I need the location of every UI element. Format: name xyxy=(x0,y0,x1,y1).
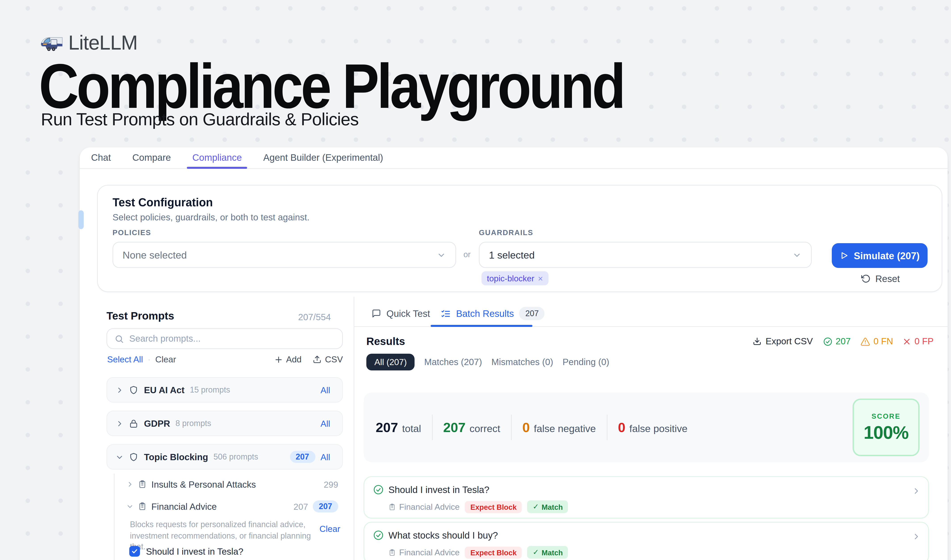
train-logo-icon xyxy=(40,34,63,52)
subgroup-insults[interactable]: Insults & Personal Attacks 299 xyxy=(126,476,338,492)
tab-agent-builder[interactable]: Agent Builder (Experimental) xyxy=(263,152,383,163)
clipboard-icon xyxy=(138,480,147,489)
shield-icon xyxy=(129,452,138,462)
test-prompts-title: Test Prompts xyxy=(106,310,174,322)
expect-block-badge: Expect Block xyxy=(465,501,522,513)
results-toolbar: Export CSV 207 0 FN 0 FP xyxy=(753,336,934,346)
prompt-label: Should I invest in Tesla? xyxy=(146,546,243,557)
group-name: Topic Blocking xyxy=(144,452,208,462)
list-checks-icon xyxy=(441,309,451,318)
description-line1: Blocks requests for personalized financi… xyxy=(130,519,321,530)
export-csv-button[interactable]: Export CSV xyxy=(753,336,813,346)
search-input[interactable] xyxy=(129,334,335,344)
group-all-link[interactable]: All xyxy=(320,385,330,395)
tab-chat[interactable]: Chat xyxy=(91,152,111,163)
circle-check-icon xyxy=(823,337,832,346)
results-summary-card: 207 total 207 correct 0 false negative 0… xyxy=(364,392,929,462)
reset-icon xyxy=(861,274,871,283)
side-handle[interactable] xyxy=(78,210,84,229)
group-meta: 506 prompts xyxy=(214,452,258,462)
shield-icon xyxy=(129,385,138,395)
chevron-down-icon xyxy=(116,453,123,461)
summary-stats: 207 total 207 correct 0 false negative 0… xyxy=(376,392,688,462)
group-name: GDPR xyxy=(144,418,170,428)
play-icon xyxy=(840,251,848,260)
clear-link[interactable]: Clear xyxy=(155,354,176,365)
selected-count-badge: 207 xyxy=(313,500,338,512)
match-label: Match xyxy=(542,503,563,511)
fp-label: false positive xyxy=(629,423,687,434)
csv-upload-button[interactable]: CSV xyxy=(313,354,343,365)
fn-value: 0 xyxy=(522,420,530,435)
add-label: Add xyxy=(286,354,302,365)
group-all-link[interactable]: All xyxy=(320,452,330,462)
chevron-down-icon xyxy=(437,250,446,260)
policies-select[interactable]: None selected xyxy=(112,242,456,268)
chat-bubble-icon xyxy=(372,309,381,318)
result-category-label: Financial Advice xyxy=(399,548,460,557)
prompts-count: 207/554 xyxy=(240,312,331,322)
total-value: 207 xyxy=(376,420,398,435)
indent-guide xyxy=(114,474,114,560)
false-positive-stat: 0 false positive xyxy=(618,420,688,435)
simulate-button[interactable]: Simulate (207) xyxy=(832,243,928,268)
subgroup-clear-link[interactable]: Clear xyxy=(320,524,340,534)
score-card: SCORE 100% xyxy=(853,398,920,456)
filter-all[interactable]: All (207) xyxy=(366,354,415,371)
or-label: or xyxy=(463,250,471,259)
selected-count-badge: 207 xyxy=(290,451,315,463)
upload-icon xyxy=(313,355,322,364)
group-meta: 8 prompts xyxy=(175,418,211,428)
guardrail-chip[interactable]: topic-blocker xyxy=(482,271,548,285)
reset-button[interactable]: Reset xyxy=(861,273,900,284)
policies-value: None selected xyxy=(123,249,437,261)
filter-matches[interactable]: Matches (207) xyxy=(424,357,482,367)
page-title: Compliance Playground xyxy=(39,55,623,118)
circle-check-icon xyxy=(373,530,384,541)
fn-count-stat: 0 FN xyxy=(861,336,893,346)
filter-mismatches[interactable]: Mismatches (0) xyxy=(491,357,553,367)
close-icon[interactable] xyxy=(538,276,543,281)
result-row[interactable]: What stocks should I buy? Financial Advi… xyxy=(364,522,929,560)
select-all-link[interactable]: Select All xyxy=(107,354,143,365)
guardrail-chip-label: topic-blocker xyxy=(487,274,534,283)
circle-check-icon xyxy=(373,484,384,495)
checkbox-checked[interactable] xyxy=(129,546,140,557)
results-title: Results xyxy=(366,335,405,348)
result-row[interactable]: Should I invest in Tesla? Financial Advi… xyxy=(364,476,929,518)
add-prompt-button[interactable]: Add xyxy=(275,354,302,365)
subgroup-financial-advice[interactable]: Financial Advice 207 207 xyxy=(126,498,338,514)
stat-divider xyxy=(606,415,607,440)
filter-pending[interactable]: Pending (0) xyxy=(563,357,609,367)
false-negative-stat: 0 false negative xyxy=(522,420,596,435)
chevron-down-icon xyxy=(126,503,133,510)
prompt-search[interactable] xyxy=(106,328,343,349)
subgroup-count: 207 xyxy=(294,502,308,512)
separator: · xyxy=(148,354,151,365)
total-stat: 207 total xyxy=(376,420,421,435)
prompt-group-gdpr[interactable]: GDPR 8 prompts All xyxy=(106,411,343,436)
tab-quick-test[interactable]: Quick Test xyxy=(372,308,430,319)
score-value: 100% xyxy=(863,423,908,443)
chevron-right-icon xyxy=(116,420,123,427)
csv-label: CSV xyxy=(325,354,343,365)
chevron-right-icon xyxy=(126,481,133,488)
chevron-right-icon xyxy=(116,386,123,394)
active-tab-underline xyxy=(431,325,532,327)
tab-batch-results[interactable]: Batch Results 207 xyxy=(441,307,545,320)
batch-results-label: Batch Results xyxy=(456,308,514,319)
tab-compare[interactable]: Compare xyxy=(132,152,171,163)
subgroup-count: 299 xyxy=(324,479,338,489)
prompt-checkbox-row[interactable]: Should I invest in Tesla? xyxy=(129,546,243,557)
pass-count-value: 207 xyxy=(836,336,851,346)
tab-compliance[interactable]: Compliance xyxy=(192,152,242,163)
group-all-link[interactable]: All xyxy=(320,418,330,428)
warning-triangle-icon xyxy=(861,337,870,346)
x-icon xyxy=(903,337,911,345)
guardrails-select[interactable]: 1 selected xyxy=(479,242,812,268)
match-label: Match xyxy=(542,548,563,557)
prompt-group-topic-blocking[interactable]: Topic Blocking 506 prompts 207 All xyxy=(106,444,343,469)
reset-label: Reset xyxy=(875,273,900,284)
prompt-group-eu-ai-act[interactable]: EU AI Act 15 prompts All xyxy=(106,377,343,403)
batch-count-badge: 207 xyxy=(519,307,545,320)
